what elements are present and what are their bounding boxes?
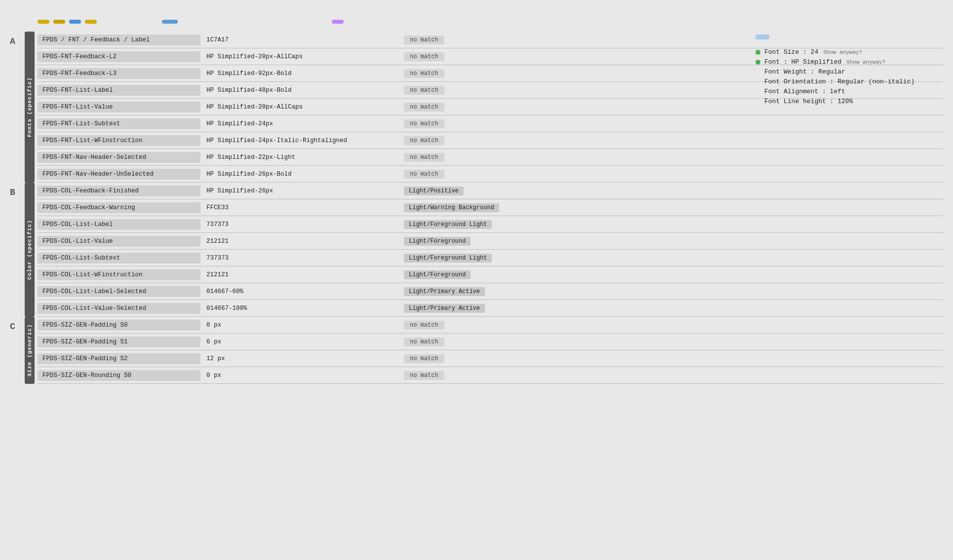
no-match-badge: no match [404,170,444,179]
cell-veneer: Light/Foreground [401,270,519,279]
cell-veneer: no match [401,320,519,330]
cell-name: FPDS-FNT-List-Subtext [38,118,200,129]
header-row [10,20,943,24]
info-line: Font Size : 24Show anyway? [755,48,938,56]
cell-veneer: no match [401,371,519,380]
info-text: Font : HP Simplified [764,58,841,66]
cell-name: FPDS-COL-Feedback-Warning [38,202,200,213]
show-anyway-link[interactable]: Show anyway? [823,49,862,55]
veneer-badge: Light/Foreground [404,270,471,279]
table-row: FPDS-SIZ-GEN-Padding S00 pxno match [38,317,943,334]
cell-value: 6 px [203,336,401,347]
cell-name: FPDS / FNT / Feedback / Label [38,35,200,45]
no-match-badge: no match [404,52,444,61]
no-match-badge: no match [404,136,444,145]
veneer-badge: Light/Primary Active [404,287,485,296]
info-text: Font Line height : 120% [764,98,853,105]
cell-value: 12 px [203,353,401,364]
cell-value: 737373 [203,219,401,230]
cell-value: HP Simplified-22px-Light [203,152,401,163]
section-c: CSize (generic)FPDS-SIZ-GEN-Padding S00 … [10,317,943,384]
cell-value: 737373 [203,253,401,263]
table-row: FPDS-FNT-List-WFinstructionHP Simplified… [38,132,943,149]
cell-veneer: Light/Primary Active [401,287,519,296]
veneer-badge: Light/Foreground Light [404,220,492,229]
cell-name: FPDS-FNT-Nav-Header-UnSelected [38,169,200,180]
no-match-badge: no match [404,337,444,346]
no-match-badge: no match [404,371,444,380]
cell-value: 014667-100% [203,303,401,314]
cell-name: FPDS-COL-List-Value [38,236,200,247]
defaults-header [755,35,769,39]
tag-value [162,20,178,24]
cell-name: FPDS-SIZ-GEN-Padding S2 [38,353,200,364]
cell-name: FPDS-FNT-List-Value [38,102,200,112]
table-row: FPDS-COL-Feedback-FinishedHP Simplified-… [38,183,943,199]
cell-name: FPDS-FNT-Feedback-L3 [38,68,200,79]
section-letter-b: B [10,183,25,317]
cell-veneer: no match [401,169,519,179]
defaults-items-list: Font Size : 24Show anyway?Font : HP Simp… [755,48,938,105]
cell-name: FPDS-COL-List-Value-Selected [38,303,200,314]
cell-veneer: no match [401,69,519,78]
green-dot-icon [755,50,760,55]
cell-name: FPDS-FNT-List-WFinstruction [38,135,200,146]
cell-veneer: no match [401,354,519,363]
cell-name: FPDS-FNT-Nav-Header-Selected [38,152,200,163]
cell-veneer: no match [401,152,519,162]
cell-value: HP Simplified-92px-Bold [203,68,401,79]
defaults-panel: Font Size : 24Show anyway?Font : HP Simp… [755,35,938,108]
section-b: BColor (specific)FPDS-COL-Feedback-Finis… [10,183,943,317]
tag-location [69,20,81,24]
cell-veneer: Light/Warning Background [401,203,519,212]
cell-name: FPDS-COL-Feedback-Finished [38,186,200,196]
cell-name: FPDS-SIZ-GEN-Rounding S0 [38,370,200,381]
veneer-badge: Light/Positive [404,187,464,195]
cell-name: FPDS-COL-List-Label-Selected [38,286,200,297]
tag-veneer [332,20,344,24]
table-row: FPDS-COL-Feedback-WarningFFCE33Light/War… [38,199,943,216]
table-row: FPDS-FNT-Nav-Header-UnSelectedHP Simplif… [38,166,943,183]
info-line: Font Line height : 120% [755,98,938,105]
cell-name: FPDS-COL-List-Label [38,219,200,230]
cell-name: FPDS-SIZ-GEN-Padding S1 [38,336,200,347]
section-label-c: Size (generic) [25,317,35,384]
cell-veneer: no match [401,35,519,44]
table-row: FPDS-SIZ-GEN-Rounding S00 pxno match [38,367,943,384]
cell-veneer: no match [401,102,519,112]
cell-value: HP Simplified-20px-AllCaps [203,51,401,62]
no-match-badge: no match [404,354,444,363]
no-match-badge: no match [404,119,444,128]
info-line: Font Alignment : left [755,88,938,95]
cell-value: HP Simplified-48px-Bold [203,85,401,96]
cell-veneer: no match [401,337,519,346]
cell-value: HP Simplified-24px-Italic-Rightaligned [203,135,401,146]
cell-veneer: no match [401,85,519,95]
cell-name: FPDS-SIZ-GEN-Padding S0 [38,320,200,331]
info-text: Font Alignment : left [764,88,845,95]
no-match-badge: no match [404,103,444,112]
veneer-badge: Light/Primary Active [404,304,485,313]
cell-name: FPDS-COL-List-WFinstruction [38,269,200,280]
info-line: Font : HP SimplifiedShow anyway? [755,58,938,66]
cell-value: 0 px [203,370,401,381]
section-label-a: Fonts (specific) [25,32,35,183]
cell-value: HP Simplified-20px-AllCaps [203,102,401,112]
no-match-badge: no match [404,36,444,44]
green-dot-icon [755,60,760,65]
cell-value: HP Simplified-26px [203,186,401,196]
show-anyway-link[interactable]: Show anyway? [846,59,885,65]
cell-name: FPDS-FNT-Feedback-L2 [38,51,200,62]
info-text: Font Size : 24 [764,48,818,56]
cell-value: 0 px [203,320,401,331]
table-row: FPDS-COL-List-Label737373Light/Foregroun… [38,216,943,233]
table-row: FPDS-COL-List-Value-Selected014667-100%L… [38,300,943,317]
tag-system-name [38,20,49,24]
cell-veneer: no match [401,136,519,145]
cell-veneer: Light/Primary Active [401,303,519,313]
cell-veneer: Light/Foreground Light [401,253,519,262]
cell-name: FPDS-FNT-List-Label [38,85,200,96]
rows-col-b: FPDS-COL-Feedback-FinishedHP Simplified-… [38,183,943,317]
info-line: Font Orientation : Regular (non-italic) [755,78,938,85]
cell-value: 1C7A17 [203,35,401,45]
